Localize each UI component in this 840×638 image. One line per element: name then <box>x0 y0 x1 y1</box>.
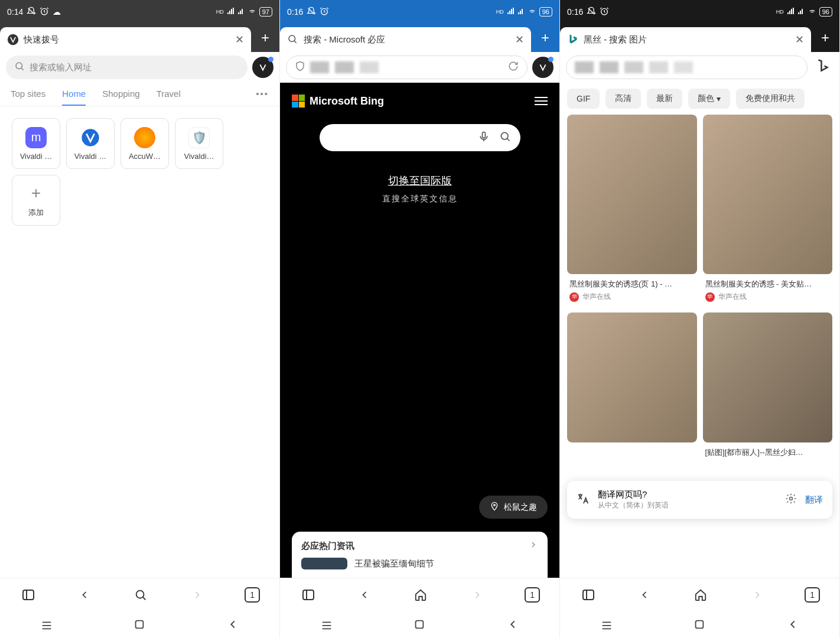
home-icon[interactable] <box>413 618 426 631</box>
recents-icon[interactable] <box>40 618 53 631</box>
search-icon <box>14 61 25 74</box>
vivaldi-icon <box>7 34 19 45</box>
signal-icon-2 <box>517 7 525 17</box>
hd-icon: HD <box>496 9 504 15</box>
shield-icon <box>295 61 305 74</box>
tab-count-button[interactable]: 1 <box>245 587 260 603</box>
svg-rect-5 <box>23 590 34 600</box>
battery-indicator: 97 <box>259 7 272 17</box>
svg-rect-7 <box>136 621 144 629</box>
filter-gif[interactable]: GIF <box>567 89 600 109</box>
recents-icon[interactable] <box>600 618 613 631</box>
search-icon[interactable] <box>499 131 511 145</box>
chevron-right-icon[interactable] <box>529 540 538 552</box>
reload-icon[interactable] <box>508 61 519 74</box>
address-input[interactable] <box>566 56 808 79</box>
tab-count-button[interactable]: 1 <box>525 587 540 603</box>
tab-title: 快速拨号 <box>24 34 230 45</box>
switch-intl-link[interactable]: 切换至国际版 <box>388 174 452 188</box>
speed-dial-item[interactable]: 🛡️ Vivaldi… <box>175 118 223 169</box>
image-result[interactable]: 黑丝制服美女的诱惑 - 美女贴… 华华声在线 <box>703 115 833 307</box>
back-icon[interactable] <box>76 586 93 604</box>
bell-off-icon <box>587 6 596 18</box>
filter-license[interactable]: 免费使用和共 <box>736 89 805 109</box>
profile-button[interactable] <box>812 57 834 78</box>
news-headline[interactable]: 王星被骗至缅甸细节 <box>354 558 434 569</box>
profile-button[interactable] <box>532 57 554 78</box>
nav-tab-top-sites[interactable]: Top sites <box>11 89 45 106</box>
subtitle-text: 直搜全球英文信息 <box>382 194 458 204</box>
back-icon[interactable] <box>636 586 653 604</box>
microsoft-icon <box>292 95 305 108</box>
home-icon[interactable] <box>133 618 146 631</box>
home-icon[interactable] <box>693 618 706 631</box>
close-icon[interactable]: ✕ <box>795 33 804 46</box>
status-bar: 0:14 ☁ HD 97 <box>0 0 279 24</box>
bing-logo[interactable]: Microsoft Bing <box>292 95 384 108</box>
tab-count-button[interactable]: 1 <box>805 587 820 603</box>
svg-point-13 <box>494 504 496 506</box>
translate-subtitle: 从中文（简体）到英语 <box>598 500 777 510</box>
result-thumbnail <box>567 115 697 274</box>
mic-icon[interactable] <box>478 131 490 145</box>
filter-latest[interactable]: 最新 <box>647 89 682 109</box>
hamburger-icon[interactable] <box>535 97 548 105</box>
search-icon <box>287 34 299 45</box>
filter-color[interactable]: 颜色 ▾ <box>688 89 730 109</box>
translate-title: 翻译网页吗? <box>598 489 777 500</box>
address-input[interactable]: 搜索或输入网址 <box>6 56 248 79</box>
search-icon[interactable] <box>132 586 149 604</box>
svg-point-6 <box>136 590 144 598</box>
status-time: 0:14 <box>7 7 23 17</box>
panel-icon[interactable] <box>19 586 37 604</box>
result-source: 华华声在线 <box>703 292 833 307</box>
location-chip[interactable]: 松鼠之趣 <box>479 496 548 519</box>
wifi-icon <box>808 7 817 17</box>
browser-tab[interactable]: 黑丝 - 搜索 图片 ✕ <box>560 27 811 52</box>
recents-icon[interactable] <box>320 618 333 631</box>
system-nav <box>280 611 559 638</box>
profile-button[interactable] <box>252 57 274 78</box>
close-icon[interactable]: ✕ <box>515 33 524 46</box>
new-tab-button[interactable]: + <box>811 30 839 46</box>
new-tab-button[interactable]: + <box>531 30 559 46</box>
speed-dial-item[interactable]: Vivaldi … <box>66 118 115 169</box>
add-dial-button[interactable]: + 添加 <box>12 175 60 226</box>
svg-rect-11 <box>482 132 485 138</box>
svg-point-12 <box>501 132 508 139</box>
panel-icon[interactable] <box>579 586 597 604</box>
nav-tab-shopping[interactable]: Shopping <box>102 89 139 106</box>
result-caption: 黑丝制服美女的诱惑 - 美女贴… <box>703 274 833 292</box>
address-input[interactable] <box>286 56 528 79</box>
image-result[interactable] <box>567 313 697 442</box>
nav-tab-home[interactable]: Home <box>62 89 86 106</box>
signal-icon-2 <box>237 7 245 17</box>
sys-back-icon[interactable] <box>786 618 799 631</box>
translate-button[interactable]: 翻译 <box>805 494 823 506</box>
bing-search-input[interactable] <box>320 124 520 151</box>
bottom-toolbar: 1 <box>280 578 559 611</box>
gear-icon[interactable] <box>785 493 797 507</box>
close-icon[interactable]: ✕ <box>235 33 244 46</box>
speed-dial-item[interactable]: AccuW… <box>121 118 169 169</box>
home-icon[interactable] <box>692 586 709 604</box>
news-panel[interactable]: 必应热门资讯 王星被骗至缅甸细节 <box>292 532 548 578</box>
forward-icon <box>748 586 766 604</box>
browser-tab[interactable]: 快速拨号 ✕ <box>0 27 251 52</box>
browser-tab[interactable]: 搜索 - Microsoft 必应 ✕ <box>280 27 531 52</box>
bell-off-icon <box>307 6 316 18</box>
hd-icon: HD <box>776 9 784 15</box>
nav-tab-travel[interactable]: Travel <box>157 89 181 106</box>
image-result[interactable]: [贴图][都市丽人]--黑丝少妇… <box>703 313 833 460</box>
new-tab-button[interactable]: + <box>251 30 279 46</box>
nav-more-icon[interactable]: ••• <box>256 89 269 106</box>
sys-back-icon[interactable] <box>226 618 239 631</box>
speed-dial-item[interactable]: m Vivaldi … <box>12 118 60 169</box>
home-icon[interactable] <box>412 586 429 604</box>
panel-icon[interactable] <box>299 586 317 604</box>
back-icon[interactable] <box>356 586 373 604</box>
sys-back-icon[interactable] <box>506 618 519 631</box>
image-result[interactable]: 黑丝制服美女的诱惑(页 1) - … 华华声在线 <box>567 115 697 307</box>
filter-hd[interactable]: 高清 <box>605 89 641 109</box>
url-bar: 搜索或输入网址 <box>0 52 279 83</box>
